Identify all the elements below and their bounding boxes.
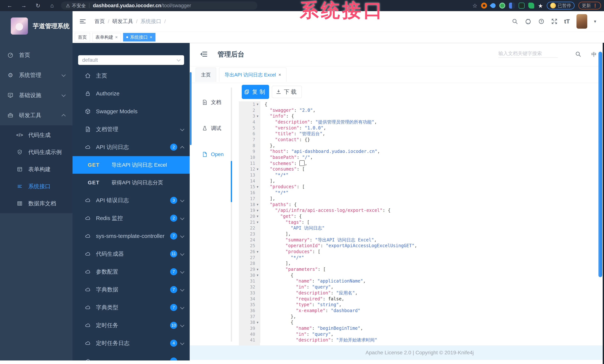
knife4j-menu-item[interactable]: 主页	[73, 67, 190, 85]
sidebar-submenu-item[interactable]: </> 代码生成	[0, 126, 73, 144]
line-number-gutter[interactable]: 37 ▾	[239, 314, 260, 320]
line-number-gutter[interactable]: 22 ▾	[239, 225, 260, 231]
doc-tab[interactable]: 导出API 访问日志 Excel ×	[219, 67, 286, 82]
github-icon[interactable]	[525, 18, 531, 25]
fold-caret-icon[interactable]: ▾	[255, 214, 260, 218]
line-number-gutter[interactable]: 18 ▾	[239, 202, 260, 208]
knife4j-scrollbar-thumb[interactable]	[190, 72, 191, 145]
breadcrumb-item[interactable]: 首页	[94, 18, 105, 25]
browser-forward-icon[interactable]: →	[20, 2, 27, 9]
fold-caret-icon[interactable]: ▾	[255, 320, 260, 325]
line-number-gutter[interactable]: 2 ▾	[239, 107, 260, 113]
tag-view-item[interactable]: 表单构建 ×	[92, 33, 121, 41]
knife4j-menu-item[interactable]: API 错误日志 3	[73, 191, 190, 209]
doc-search-icon[interactable]	[575, 51, 581, 57]
line-number-gutter[interactable]: 8 ▾	[239, 143, 260, 149]
sidebar-menu-item[interactable]: ⚙ 系统管理	[0, 65, 73, 85]
line-number-gutter[interactable]: 20 ▾	[239, 213, 260, 219]
doc-tab[interactable]: 主页	[196, 67, 216, 82]
sidebar-submenu-item[interactable]: 系统接口	[0, 178, 73, 195]
line-number-gutter[interactable]: 34 ▾	[239, 296, 260, 302]
line-number-gutter[interactable]: 29 ▾	[239, 266, 260, 272]
browser-reload-icon[interactable]: ↻	[35, 2, 41, 9]
line-number-gutter[interactable]: 24 ▾	[239, 237, 260, 243]
fold-caret-icon[interactable]: ▾	[255, 102, 260, 106]
search-icon[interactable]	[512, 18, 518, 25]
line-number-gutter[interactable]: 16 ▾	[239, 190, 260, 196]
line-number-gutter[interactable]: 25 ▾	[239, 243, 260, 249]
line-number-gutter[interactable]: 38 ▾	[239, 319, 260, 325]
line-number-gutter[interactable]: 12 ▾	[239, 166, 260, 172]
breadcrumb-item[interactable]: 研发工具	[112, 18, 133, 25]
mini-scrollbar-track[interactable]	[231, 88, 232, 342]
close-icon[interactable]: ×	[150, 35, 152, 40]
knife4j-menu-item[interactable]: 代码生成器 11	[73, 245, 190, 263]
line-number-gutter[interactable]: 40 ▾	[239, 331, 260, 337]
fold-caret-icon[interactable]: ▾	[255, 202, 260, 207]
knife4j-menu-item[interactable]: 定时任务日志 4	[73, 334, 190, 352]
address-bar[interactable]: ⚠ 不安全 dashboard.yudao.iocoder.cn /tool/s…	[61, 1, 257, 10]
line-number-gutter[interactable]: 13 ▾	[239, 172, 260, 178]
knife4j-menu-item[interactable]: GET 导出API 访问日志 Excel	[73, 156, 190, 174]
sidebar-submenu-item[interactable]: 代码生成示例	[0, 144, 73, 161]
fold-caret-icon[interactable]: ▾	[255, 114, 260, 118]
browser-update-button[interactable]: 更新 ⋮	[578, 2, 601, 10]
app-logo-row[interactable]: 芋道管理系统	[0, 11, 73, 35]
line-number-gutter[interactable]: 27 ▾	[239, 255, 260, 261]
line-number-gutter[interactable]: 4 ▾	[239, 119, 260, 125]
fold-caret-icon[interactable]: ▾	[255, 208, 260, 213]
line-number-gutter[interactable]: 23 ▾	[239, 231, 260, 237]
line-number-gutter[interactable]: 21 ▾	[239, 219, 260, 225]
extension-icon[interactable]: ★	[538, 3, 543, 9]
breadcrumb-item[interactable]: 系统接口	[141, 18, 161, 25]
tag-view-item[interactable]: 首页	[75, 33, 90, 41]
extension-icon[interactable]	[499, 3, 505, 9]
mini-scrollbar-thumb[interactable]	[231, 161, 232, 202]
line-number-gutter[interactable]: 19 ▾	[239, 207, 260, 213]
knife4j-menu-item[interactable]: GET 获得API 访问日志分页	[73, 174, 190, 191]
line-number-gutter[interactable]: 35 ▾	[239, 302, 260, 308]
knife4j-menu-item[interactable]: 字典类型 7	[73, 299, 190, 316]
line-number-gutter[interactable]: 39 ▾	[239, 325, 260, 331]
line-number-gutter[interactable]: 28 ▾	[239, 261, 260, 266]
line-number-gutter[interactable]: 15 ▾	[239, 184, 260, 190]
page-scrollbar-thumb[interactable]	[598, 52, 602, 277]
line-number-gutter[interactable]: 32 ▾	[239, 284, 260, 290]
bookmark-star-icon[interactable]: ☆	[472, 2, 477, 9]
copy-button[interactable]: 复制	[242, 85, 269, 99]
window-scrollbar-track[interactable]	[603, 43, 604, 364]
line-number-gutter[interactable]: 9 ▾	[239, 149, 260, 155]
close-icon[interactable]: ×	[115, 35, 118, 40]
sidebar-menu-item[interactable]: 研发工具	[0, 105, 73, 125]
sidebar-submenu-item[interactable]: 数据库文档	[0, 195, 73, 212]
fold-caret-icon[interactable]: ▾	[255, 273, 260, 277]
knife4j-menu-item[interactable]: 定时任务 10	[73, 316, 190, 334]
line-number-gutter[interactable]: 31 ▾	[239, 278, 260, 284]
mini-sidebar-item[interactable]: 调试	[190, 122, 232, 135]
paused-extension-badge[interactable]: 已暂停	[547, 2, 575, 10]
sidebar-submenu-item[interactable]: 表单构建	[0, 161, 73, 178]
fold-caret-icon[interactable]: ▾	[255, 185, 260, 189]
sidebar-collapse-icon[interactable]	[79, 18, 86, 25]
language-toggle[interactable]: 中	[591, 51, 597, 58]
close-icon[interactable]: ×	[278, 72, 281, 77]
download-button[interactable]: 下载	[272, 86, 302, 98]
knife4j-menu-item[interactable]: 参数配置 7	[73, 263, 190, 281]
line-number-gutter[interactable]: 33 ▾	[239, 290, 260, 296]
line-number-gutter[interactable]: 30 ▾	[239, 272, 260, 278]
help-icon[interactable]: ?	[538, 18, 544, 25]
knife4j-menu-item[interactable]: API 访问日志 2	[73, 138, 190, 156]
browser-menu-icon[interactable]: ⋮	[593, 3, 597, 9]
line-number-gutter[interactable]: 26 ▾	[239, 249, 260, 255]
fold-caret-icon[interactable]: ▾	[255, 267, 260, 272]
knife4j-menu-item[interactable]: Redis 监控 2	[73, 209, 190, 227]
extension-icon[interactable]	[519, 3, 525, 9]
knife4j-menu-item[interactable]: Authorize	[73, 85, 190, 102]
api-group-select[interactable]: default	[78, 55, 184, 65]
sidebar-menu-item[interactable]: 首页	[0, 45, 73, 65]
line-number-gutter[interactable]: 3 ▾	[239, 113, 260, 119]
mini-sidebar-item[interactable]: Open	[190, 148, 232, 161]
extension-icon[interactable]	[490, 2, 497, 9]
line-number-gutter[interactable]: 1 ▾	[239, 101, 260, 107]
extension-icon[interactable]	[509, 3, 515, 9]
